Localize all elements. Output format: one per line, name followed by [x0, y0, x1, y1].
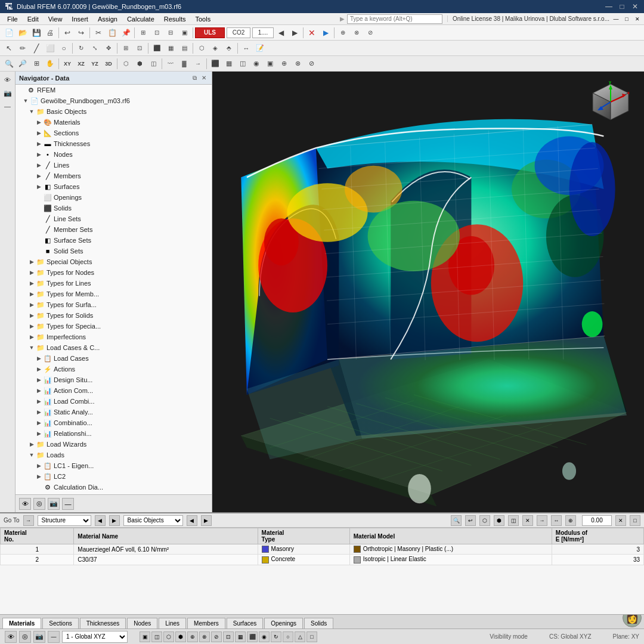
tree-item-loads[interactable]: ▼📁Loads [16, 450, 212, 460]
status-btn3[interactable]: 📷 [33, 631, 45, 643]
tab-lines[interactable]: Lines [159, 618, 186, 628]
tree-expand-lc2[interactable]: ▶ [35, 472, 43, 481]
tree-expand-typessurf[interactable]: ▶ [27, 301, 36, 309]
tb-calc[interactable]: ✕ [305, 26, 318, 39]
tb3-wire[interactable]: ⬡ [119, 57, 132, 70]
tb2-snap1[interactable]: ⊞ [119, 42, 132, 55]
panel-icon8[interactable]: ↔ [551, 515, 562, 526]
st-icon2[interactable]: ◫ [151, 631, 162, 642]
panel-icon6[interactable]: ✕ [522, 515, 533, 526]
tb2-pencil[interactable]: ✏ [16, 42, 29, 55]
menu-assign[interactable]: Assign [93, 14, 122, 24]
tree-expand-typesmemb[interactable]: ▶ [27, 290, 36, 298]
tb-b2[interactable]: ⊡ [150, 26, 163, 39]
tb3-arrows[interactable]: → [191, 57, 205, 70]
tree-expand-surfaces[interactable]: ▶ [35, 182, 43, 191]
tb2-mesh2[interactable]: ◈ [209, 42, 222, 55]
nav-restore-btn[interactable]: ⧉ [190, 74, 199, 82]
nav-btn-eye2[interactable]: ◎ [33, 498, 45, 510]
tb3-render4[interactable]: ◉ [250, 57, 263, 70]
tb-print[interactable]: 🖨 [44, 26, 57, 39]
tree-item-typesspecial[interactable]: ▶📁Types for Specia... [16, 321, 212, 332]
st-icon6[interactable]: ⊗ [199, 631, 210, 642]
tb3-side[interactable]: XZ [75, 57, 88, 70]
tb-paste[interactable]: 📌 [119, 26, 132, 39]
st-icon4[interactable]: ⬢ [175, 631, 186, 642]
tab-solids[interactable]: Solids [304, 618, 333, 628]
vt-dash[interactable]: — [2, 100, 14, 112]
tree-item-lc-design[interactable]: ▶📊Design Situ... [16, 374, 212, 385]
tab-thicknesses[interactable]: Thicknesses [80, 618, 126, 628]
tree-expand-lc-loadcases[interactable]: ▶ [35, 354, 43, 363]
tb3-front[interactable]: XY [61, 57, 74, 70]
st-icon9[interactable]: ▦ [235, 631, 246, 642]
tb-undo[interactable]: ↩ [61, 26, 74, 39]
tab-openings[interactable]: Openings [264, 618, 303, 628]
tb2-view2[interactable]: ▦ [164, 42, 177, 55]
menu-tools[interactable]: Tools [190, 14, 215, 24]
tree-item-lc-relation[interactable]: ▶📊Relationshi... [16, 428, 212, 439]
panel-icon5[interactable]: ◫ [508, 515, 519, 526]
tb-b4[interactable]: ▣ [178, 26, 191, 39]
tab-materials[interactable]: Materials [2, 618, 41, 628]
tree-item-lc-static[interactable]: ▶📊Static Analy... [16, 407, 212, 417]
tree-expand-loads[interactable]: ▼ [27, 451, 36, 459]
tb3-3d[interactable]: 3D [102, 57, 115, 70]
nav-btn-eye[interactable]: 👁 [19, 498, 31, 510]
keyword-search-input[interactable] [347, 14, 442, 24]
navigation-cube[interactable]: y x [587, 81, 634, 129]
table-row[interactable]: 1 Mauerziegel AÖF voll, 6.10 N/mm² Mason… [1, 544, 644, 555]
tree-item-lc1[interactable]: ▶📋LC1 - Eigen... [16, 460, 212, 471]
maximize-button[interactable]: □ [618, 2, 626, 11]
tb-redo[interactable]: ↪ [75, 26, 88, 39]
tree-expand-sections[interactable]: ▶ [35, 129, 43, 137]
tb3-zoom-out[interactable]: 🔎 [16, 57, 29, 70]
menu-view[interactable]: View [44, 14, 67, 24]
panel-icon7[interactable]: → [537, 515, 547, 526]
st-icon12[interactable]: ↻ [271, 631, 281, 642]
tab-surfaces[interactable]: Surfaces [227, 618, 263, 628]
st-icon8[interactable]: ⊡ [223, 631, 234, 642]
tree-item-lc-actioncom[interactable]: ▶📊Action Com... [16, 385, 212, 396]
tb2-circle[interactable]: ○ [57, 42, 70, 55]
panel-close-btn[interactable]: ✕ [615, 515, 626, 526]
tree-expand-lc-design[interactable]: ▶ [35, 376, 43, 384]
goto-btn[interactable]: → [23, 515, 34, 526]
tree-item-loadwizards[interactable]: ▶📁Load Wizards [16, 439, 212, 450]
menu-results[interactable]: Results [159, 14, 191, 24]
tree-expand-lines[interactable]: ▶ [35, 161, 43, 169]
menu-calculate[interactable]: Calculate [122, 14, 159, 24]
tb3-render7[interactable]: ⊗ [291, 57, 304, 70]
tb2-box[interactable]: ⬜ [44, 42, 57, 55]
tb-extra1[interactable]: ⊕ [336, 26, 349, 39]
tb-b3[interactable]: ⊟ [164, 26, 177, 39]
tb2-snap2[interactable]: ⊡ [133, 42, 146, 55]
tb3-render6[interactable]: ⊕ [277, 57, 290, 70]
vt-eye[interactable]: 👁 [2, 74, 14, 86]
tree-item-lc-loadcases[interactable]: ▶📋Load Cases [16, 353, 212, 364]
st-icon14[interactable]: △ [295, 631, 305, 642]
tb2-view1[interactable]: ⬛ [150, 42, 163, 55]
tree-item-imperfections[interactable]: ▶📁Imperfections [16, 332, 212, 342]
st-icon11[interactable]: ◉ [259, 631, 270, 642]
tree-expand-typesspecial[interactable]: ▶ [27, 322, 36, 330]
tree-item-nodes[interactable]: ▶•Nodes [16, 149, 212, 160]
tb-open[interactable]: 📂 [16, 26, 29, 39]
tree-item-typeslines[interactable]: ▶📁Types for Lines [16, 278, 212, 289]
license-min-btn[interactable]: — [612, 15, 620, 23]
license-max-btn[interactable]: □ [623, 15, 631, 23]
structure-select[interactable]: Structure [38, 515, 91, 526]
close-button[interactable]: ✕ [631, 2, 639, 11]
panel-max-btn[interactable]: □ [630, 515, 640, 526]
tb2-line[interactable]: ╱ [30, 42, 43, 55]
st-icon15[interactable]: □ [306, 631, 317, 642]
tb2-scale[interactable]: ⤡ [88, 42, 101, 55]
tree-expand-lc-actions[interactable]: ▶ [35, 365, 43, 373]
tree-expand-lc-static[interactable]: ▶ [35, 408, 43, 416]
tree-item-typessurf[interactable]: ▶📁Types for Surfa... [16, 299, 212, 310]
tree-expand-typessolid[interactable]: ▶ [27, 311, 36, 320]
tree-item-basic[interactable]: ▼📁Basic Objects [16, 106, 212, 117]
license-close-btn[interactable]: ✕ [633, 15, 642, 23]
tree-expand-project[interactable]: ▼ [21, 97, 30, 105]
nav-btn-camera[interactable]: 📷 [48, 498, 60, 510]
